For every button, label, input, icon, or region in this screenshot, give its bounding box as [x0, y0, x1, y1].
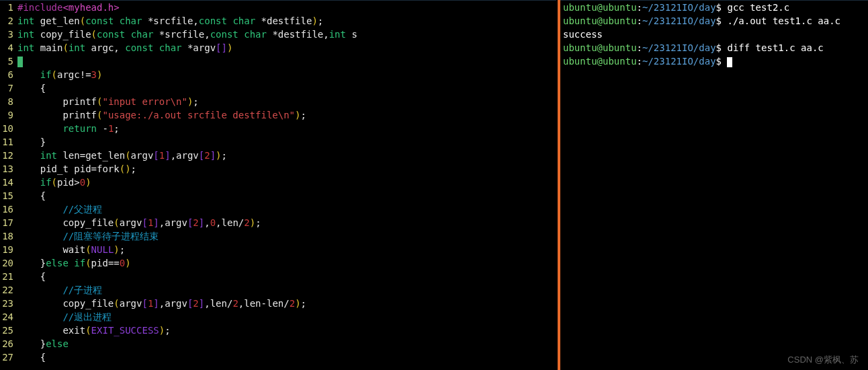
token-num: 1 — [159, 150, 165, 161]
code-content[interactable]: copy_file(argv[1],argv[2],0,len/2); — [17, 216, 556, 229]
code-line[interactable]: 18 //阻塞等待子进程结束 — [0, 229, 556, 243]
code-line[interactable]: 7 { — [0, 81, 556, 95]
token-paren: () — [120, 163, 131, 174]
token-id: *destfile, — [267, 29, 329, 40]
code-line[interactable]: 4int main(int argc, const char *argv[]) — [0, 41, 556, 54]
code-line[interactable]: 11 } — [0, 135, 556, 149]
code-line[interactable]: 15 { — [0, 189, 556, 202]
line-number: 8 — [0, 95, 17, 108]
code-content[interactable]: //子进程 — [17, 283, 556, 297]
prompt-dollar: $ — [716, 56, 728, 67]
token-str: "input error\n" — [102, 96, 187, 107]
code-content[interactable]: //退出进程 — [17, 310, 556, 324]
token-num: 2 — [193, 298, 198, 309]
code-content[interactable]: //阻塞等待子进程结束 — [17, 229, 556, 243]
token-kw: const — [85, 15, 114, 26]
code-line[interactable]: 14 if(pid>0) — [0, 176, 556, 189]
line-number: 6 — [0, 68, 17, 81]
line-number: 27 — [0, 350, 17, 364]
code-line[interactable]: 13 pid_t pid=fork(); — [0, 162, 556, 176]
code-content[interactable]: { — [17, 189, 556, 202]
code-content[interactable] — [17, 54, 556, 68]
code-line[interactable]: 2int get_len(const char *srcfile,const c… — [0, 14, 556, 28]
line-number: 11 — [0, 135, 17, 149]
code-line[interactable]: 1#include<myhead.h> — [0, 1, 556, 14]
token-paren: ( — [114, 298, 119, 309]
token-kw: char — [120, 15, 142, 26]
prompt-sep: : — [637, 56, 642, 67]
code-line[interactable]: 6 if(argc!=3) — [0, 68, 556, 81]
code-content[interactable]: { — [17, 270, 556, 283]
code-content[interactable]: int len=get_len(argv[1],argv[2]); — [17, 149, 556, 162]
token-id — [238, 29, 244, 40]
code-line[interactable]: 22 //子进程 — [0, 283, 556, 297]
terminal-command-line: ubuntu@ubuntu:~/23121IO/day$ gcc test2.c — [563, 1, 865, 14]
code-content[interactable]: exit(EXIT_SUCCESS); — [17, 324, 556, 337]
token-id: *destfile — [255, 15, 312, 26]
code-content[interactable]: copy_file(argv[1],argv[2],len/2,len-len/… — [17, 297, 556, 310]
line-number: 7 — [0, 81, 17, 95]
code-line[interactable]: 17 copy_file(argv[1],argv[2],0,len/2); — [0, 216, 556, 229]
code-content[interactable]: pid_t pid=fork(); — [17, 162, 556, 176]
token-id: ; — [114, 123, 119, 134]
prompt-path: ~/23121IO/day — [642, 42, 716, 53]
code-content[interactable]: return -1; — [17, 122, 556, 135]
code-content[interactable]: if(pid>0) — [17, 176, 556, 189]
token-id — [153, 42, 159, 53]
code-content[interactable]: int main(int argc, const char *argv[]) — [17, 41, 556, 54]
code-content[interactable]: #include<myhead.h> — [17, 1, 556, 14]
token-brack: [ — [142, 298, 147, 309]
token-brace: { — [40, 83, 46, 94]
code-line[interactable]: 21 { — [0, 270, 556, 283]
token-id: ; — [255, 217, 261, 228]
token-num: 2 — [244, 217, 249, 228]
token-id: argv — [120, 217, 142, 228]
token-id: len=get_len — [57, 150, 125, 161]
code-line[interactable]: 25 exit(EXIT_SUCCESS); — [0, 324, 556, 337]
code-line[interactable]: 19 wait(NULL); — [0, 243, 556, 256]
code-content[interactable]: wait(NULL); — [17, 243, 556, 256]
prompt-dollar: $ — [716, 2, 728, 13]
watermark: CSDN @紫枫、苏 — [787, 354, 859, 366]
code-content[interactable]: printf("usage:./a.out srcfile destfile\n… — [17, 108, 556, 122]
code-editor-pane[interactable]: 1#include<myhead.h>2int get_len(const ch… — [0, 0, 556, 370]
code-content[interactable]: { — [17, 350, 556, 364]
token-paren: ) — [85, 177, 91, 188]
token-id: ; — [165, 325, 170, 336]
token-id: argv — [131, 150, 154, 161]
line-number: 14 — [0, 176, 17, 189]
token-kw: if — [40, 177, 52, 188]
code-content[interactable]: if(argc!=3) — [17, 68, 556, 81]
token-brace: } — [40, 137, 46, 147]
code-content[interactable]: int get_len(const char *srcfile,const ch… — [17, 14, 556, 28]
line-number: 3 — [0, 28, 17, 41]
code-content[interactable]: }else if(pid==0) — [17, 256, 556, 270]
token-kw: else — [46, 338, 69, 349]
code-line[interactable]: 10 return -1; — [0, 122, 556, 135]
line-number: 1 — [0, 1, 17, 14]
token-brack: ] — [199, 217, 204, 228]
token-num: 3 — [91, 69, 97, 80]
code-line[interactable]: 27 { — [0, 350, 556, 364]
code-content[interactable]: }else — [17, 337, 556, 350]
code-content[interactable]: int copy_file(const char *srcfile,const … — [17, 28, 556, 41]
code-content[interactable]: } — [17, 135, 556, 149]
code-line[interactable]: 12 int len=get_len(argv[1],argv[2]); — [0, 149, 556, 162]
code-line[interactable]: 23 copy_file(argv[1],argv[2],len/2,len-l… — [0, 297, 556, 310]
code-line[interactable]: 9 printf("usage:./a.out srcfile destfile… — [0, 108, 556, 122]
code-line[interactable]: 16 //父进程 — [0, 202, 556, 216]
code-line[interactable]: 8 printf("input error\n"); — [0, 95, 556, 108]
code-content[interactable]: { — [17, 81, 556, 95]
code-line[interactable]: 20 }else if(pid==0) — [0, 256, 556, 270]
code-line[interactable]: 3int copy_file(const char *srcfile,const… — [0, 28, 556, 41]
token-header: <myhead.h> — [62, 2, 119, 13]
token-id: ; — [131, 163, 136, 174]
token-paren: ( — [52, 177, 57, 188]
code-content[interactable]: printf("input error\n"); — [17, 95, 556, 108]
code-line[interactable]: 26 }else — [0, 337, 556, 350]
prompt-path: ~/23121IO/day — [642, 56, 716, 67]
code-content[interactable]: //父进程 — [17, 202, 556, 216]
terminal-pane[interactable]: ubuntu@ubuntu:~/23121IO/day$ gcc test2.c… — [560, 0, 868, 370]
code-line[interactable]: 24 //退出进程 — [0, 310, 556, 324]
code-line[interactable]: 5 — [0, 54, 556, 68]
